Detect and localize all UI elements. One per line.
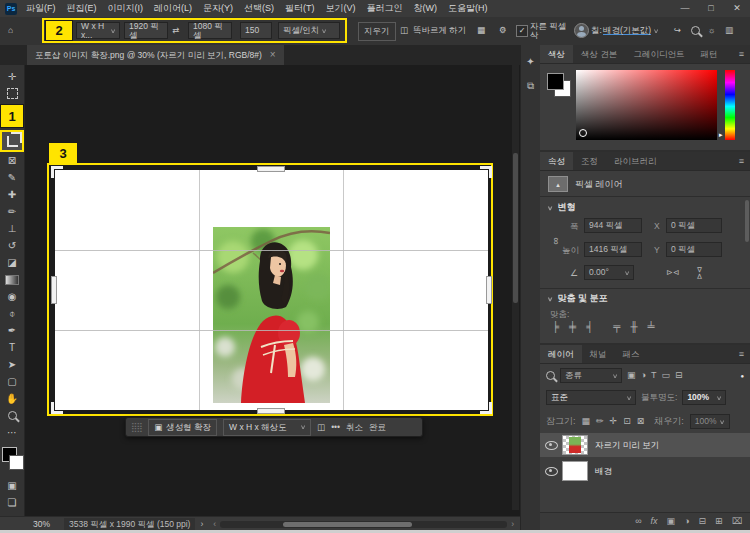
share-icon[interactable]: ↪ (674, 22, 681, 39)
rectangle-tool[interactable]: ▢ (2, 373, 23, 390)
new-layer-icon[interactable]: ⊞ (715, 517, 723, 526)
tab-libraries[interactable]: 라이브러리 (606, 152, 665, 170)
crop-handle-left[interactable] (51, 276, 57, 304)
align-section-header[interactable]: ∨ 맞춤 및 분포 (548, 294, 607, 303)
history-brush-tool[interactable]: ↺ (2, 237, 23, 254)
hue-slider-marker[interactable]: ▸ (719, 131, 723, 138)
align-left-icon[interactable]: ╞ (552, 322, 559, 332)
zoom-tool[interactable] (2, 407, 23, 424)
layer-effects-icon[interactable]: fx (651, 517, 658, 526)
quick-mask-button[interactable]: ▣ (2, 477, 23, 494)
layer-visibility-toggle[interactable] (540, 441, 562, 450)
crop-handle-right[interactable] (486, 276, 492, 304)
menu-view[interactable]: 보기(V) (326, 4, 356, 13)
link-dimensions-icon[interactable]: ∞ (551, 237, 561, 244)
hand-tool[interactable]: ✋ (2, 390, 23, 407)
panel-menu-icon[interactable]: ≡ (733, 345, 750, 363)
align-right-icon[interactable]: ╡ (586, 322, 593, 332)
pen-tool[interactable]: ✒ (2, 322, 23, 339)
layer-thumbnail[interactable] (562, 461, 588, 481)
filter-shape-layers-icon[interactable]: ▭ (661, 371, 670, 380)
scroll-left-arrow[interactable]: ‹ (213, 520, 216, 529)
layer-visibility-toggle[interactable] (540, 467, 562, 476)
menu-help[interactable]: 도움말(H) (448, 4, 488, 13)
straighten-button[interactable]: 똑바르게 하기 (413, 22, 466, 39)
crop-handle-top[interactable] (257, 166, 285, 172)
commit-crop-button[interactable]: 완료 (369, 423, 386, 432)
x-input[interactable]: 0 픽셀 (666, 218, 722, 233)
align-center-vertical-icon[interactable]: ╫ (630, 322, 637, 332)
tab-properties[interactable]: 속성 (540, 152, 573, 170)
tab-channels[interactable]: 채널 (582, 345, 615, 363)
workspace-icon[interactable]: ▥ (725, 22, 733, 39)
background-color-swatch[interactable] (9, 455, 24, 470)
crop-ratio-preset-dropdown[interactable]: W x H x... ∨ (76, 22, 120, 39)
layer-thumbnail[interactable] (562, 435, 588, 455)
tab-color[interactable]: 색상 (540, 45, 573, 63)
clear-button[interactable]: 지우기 (358, 22, 396, 41)
tab-patterns[interactable]: 패턴 (692, 45, 725, 63)
minimize-button[interactable]: — (672, 4, 698, 13)
healing-brush-tool[interactable]: ✚ (2, 186, 23, 203)
align-bottom-icon[interactable]: ╧ (647, 322, 654, 332)
menu-window[interactable]: 창(W) (414, 4, 438, 13)
lock-transparent-pixels-icon[interactable]: ▦ (582, 417, 591, 426)
swap-dimensions-icon[interactable]: ⇄ (172, 22, 179, 39)
lock-artboard-icon[interactable]: ⊡ (623, 417, 631, 426)
filter-adjustment-layers-icon[interactable]: ◑ (641, 371, 646, 380)
adjustment-layer-icon[interactable]: ◑ (684, 517, 689, 526)
menu-select[interactable]: 선택(S) (244, 4, 274, 13)
panel-menu-icon[interactable]: ≡ (733, 152, 750, 170)
fill-dropdown[interactable]: 100% ∨ (690, 414, 730, 429)
link-layers-icon[interactable]: ∞ (635, 517, 641, 526)
content-credentials-icon[interactable] (574, 22, 589, 39)
maximize-button[interactable]: □ (698, 4, 724, 13)
delete-layer-icon[interactable]: ⌧ (732, 517, 742, 526)
move-tool[interactable]: ✛ (2, 68, 23, 85)
layer-filter-dropdown[interactable]: 종류 ∨ (560, 368, 622, 383)
flip-horizontal-icon[interactable]: ⊳⊲ (666, 269, 679, 277)
crop-preset-dropdown[interactable]: W x H x 해상도 ∨ (223, 419, 311, 436)
fill-mode-dropdown[interactable]: 배경(기본값) ∨ (603, 22, 659, 39)
tab-gradients[interactable]: 그레이디언트 (625, 45, 692, 63)
screen-mode-button[interactable]: ❏ (2, 494, 23, 511)
crop-handle-top-left[interactable] (51, 166, 63, 178)
eyedropper-tool[interactable]: ✎ (2, 169, 23, 186)
edit-toolbar-button[interactable]: ⋯ (2, 424, 23, 441)
cancel-crop-button[interactable]: 취소 (346, 423, 363, 432)
hue-slider[interactable] (725, 70, 735, 140)
straighten-icon[interactable]: ◫ (400, 22, 408, 39)
layer-mask-icon[interactable]: ▣ (667, 517, 676, 526)
more-options-icon[interactable]: ••• (331, 423, 340, 432)
menu-image[interactable]: 이미지(I) (108, 4, 144, 13)
tab-paths[interactable]: 패스 (615, 345, 648, 363)
eraser-tool[interactable]: ◪ (2, 254, 23, 271)
filter-smart-objects-icon[interactable]: ⊟ (675, 371, 683, 380)
clone-stamp-tool[interactable]: ⊥ (2, 220, 23, 237)
menu-file[interactable]: 파일(F) (26, 4, 56, 13)
foreground-background-swatches[interactable] (1, 446, 23, 472)
drag-handle-icon[interactable]: ⣿⣿ (131, 423, 142, 432)
tab-adjustments[interactable]: 조정 (573, 152, 606, 170)
crop-handle-bottom[interactable] (257, 408, 285, 414)
layer-row-background[interactable]: 배경 (540, 459, 750, 483)
close-button[interactable]: ✕ (724, 4, 750, 13)
color-picker-marker[interactable] (579, 129, 587, 137)
menu-edit[interactable]: 편집(E) (67, 4, 97, 13)
crop-handle-bottom-left[interactable] (51, 402, 63, 414)
contextual-taskbar-panel-icon[interactable]: ✦ (526, 57, 534, 67)
blend-mode-dropdown[interactable]: 표준 ∨ (546, 390, 636, 405)
blur-tool[interactable]: ◉ (2, 288, 23, 305)
layer-row-crop-preview[interactable]: 자르기 미리 보기 (540, 433, 750, 457)
width-input[interactable]: 944 픽셀 (584, 218, 642, 233)
saturation-brightness-field[interactable] (576, 70, 717, 140)
filter-toggle-icon[interactable]: ● (740, 373, 744, 379)
opacity-dropdown[interactable]: 100% ∨ (682, 390, 726, 405)
filter-pixel-layers-icon[interactable]: ▣ (627, 371, 636, 380)
angle-input[interactable]: 0.00° ∨ (584, 265, 634, 280)
history-panel-icon[interactable]: ⧉ (527, 81, 534, 91)
path-selection-tool[interactable]: ➤ (2, 356, 23, 373)
straighten-icon[interactable]: ◫ (317, 423, 325, 432)
home-icon[interactable]: ⌂ (8, 22, 13, 39)
tab-swatches[interactable]: 색상 견본 (573, 45, 625, 63)
